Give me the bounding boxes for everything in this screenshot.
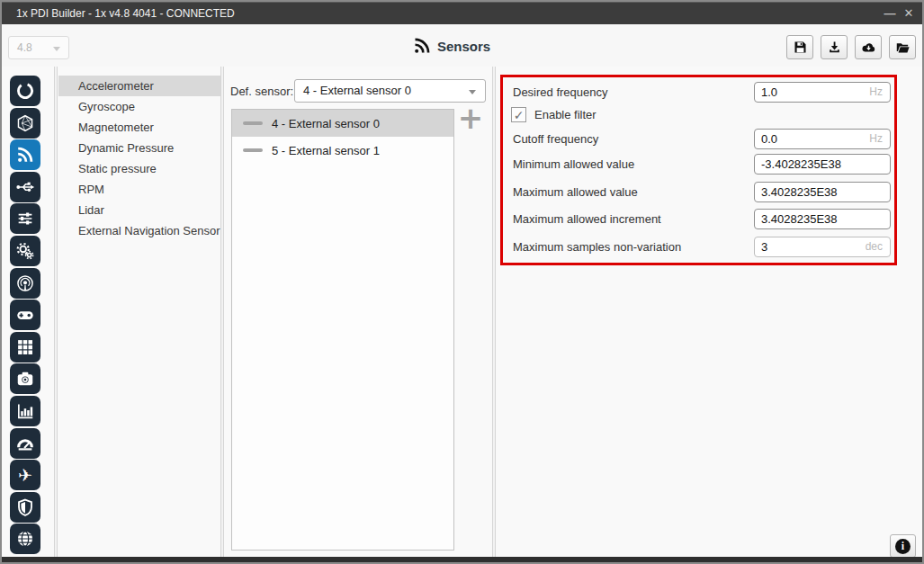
window-bottom-edge	[2, 557, 922, 562]
sensor-dash-icon	[243, 148, 263, 152]
sidebar-item-sliders[interactable]	[10, 203, 40, 234]
maximum-samples-non-variation-input[interactable]	[754, 237, 891, 257]
sidebar-item-grid[interactable]	[10, 332, 40, 363]
usb-icon	[15, 177, 35, 197]
minimize-button[interactable]: —	[881, 3, 899, 24]
nav-item-gyroscope[interactable]: Gyroscope	[58, 96, 220, 117]
main-content: ✈ Accelerometer Gyroscope Magnetometer D…	[2, 67, 922, 557]
nav-item-lidar[interactable]: Lidar	[58, 200, 220, 220]
grid-icon	[15, 337, 35, 357]
separator	[54, 67, 58, 557]
version-dropdown[interactable]: 4.8	[8, 36, 69, 59]
sensor-list: 4 - External sensor 0 5 - External senso…	[231, 109, 454, 551]
maximum-allowed-value-input[interactable]	[754, 182, 891, 202]
maximum-allowed-increment-label: Maximum allowed increment	[513, 209, 661, 229]
rss-icon	[15, 145, 35, 165]
separator	[220, 67, 224, 557]
maximum-allowed-increment-input[interactable]	[754, 209, 891, 229]
globe-icon	[15, 529, 35, 549]
info-button[interactable]: i	[890, 534, 916, 558]
hexagon-mesh-icon	[15, 113, 35, 133]
sidebar-item-world[interactable]	[10, 524, 40, 554]
gauge-icon	[15, 434, 35, 453]
gears-icon	[15, 241, 35, 261]
bar-chart-icon	[15, 401, 35, 421]
app-window: 1x PDI Builder - 1x v4.8 4041 - CONNECTE…	[0, 0, 924, 564]
save-button[interactable]	[786, 35, 813, 59]
sliders-icon	[15, 209, 35, 228]
power-icon	[15, 81, 35, 101]
checkmark-icon: ✓	[514, 108, 525, 122]
sidebar-item-gamepad[interactable]	[10, 300, 40, 330]
sidebar-item-camera[interactable]	[10, 363, 40, 394]
titlebar: 1x PDI Builder - 1x v4.8 4041 - CONNECTE…	[2, 2, 922, 24]
version-value: 4.8	[17, 41, 32, 54]
maximum-allowed-value-field	[754, 182, 891, 202]
desired-frequency-field: Hz	[754, 82, 891, 103]
sensor-dash-icon	[243, 121, 263, 125]
chevron-down-icon	[469, 90, 476, 94]
airplane-icon: ✈	[18, 467, 32, 484]
add-sensor-button[interactable]: +	[455, 104, 486, 135]
enable-filter-label: Enable filter	[534, 107, 597, 122]
maximum-allowed-increment-field	[754, 209, 891, 229]
nav-item-accelerometer[interactable]: Accelerometer	[58, 76, 220, 96]
sensor-item-label: 5 - External sensor 1	[272, 144, 380, 157]
nav-item-magnetometer[interactable]: Magnetometer	[58, 117, 220, 138]
page-title: Sensors	[2, 24, 902, 67]
sidebar-item-safety[interactable]	[10, 492, 40, 523]
sidebar-item-podcast[interactable]	[10, 268, 40, 299]
cutoff-frequency-input[interactable]	[754, 129, 891, 149]
sidebar-item-power[interactable]	[10, 76, 40, 106]
sidebar-item-usb[interactable]	[10, 172, 40, 202]
toolbar-buttons	[786, 35, 916, 59]
separator	[492, 67, 496, 557]
nav-item-dynamic-pressure[interactable]: Dynamic Pressure	[58, 138, 220, 158]
enable-filter-checkbox[interactable]: ✓	[511, 107, 526, 122]
minimum-allowed-value-input[interactable]	[754, 154, 891, 175]
cutoff-frequency-field: Hz	[754, 129, 891, 149]
info-icon: i	[895, 539, 911, 554]
sidebar-item-gauge[interactable]	[10, 428, 40, 459]
desired-frequency-label: Desired frequency	[513, 82, 608, 103]
nav-item-static-pressure[interactable]: Static pressure	[58, 158, 220, 179]
minimum-allowed-value-field	[754, 154, 891, 175]
gamepad-icon	[15, 305, 35, 325]
maximum-samples-non-variation-field: dec	[754, 237, 891, 257]
sidebar-item-gears[interactable]	[10, 236, 40, 266]
rss-icon	[413, 37, 431, 55]
sidebar-item-sensors[interactable]	[10, 139, 40, 170]
sidebar-item-logs[interactable]	[10, 396, 40, 426]
page-title-label: Sensors	[437, 39, 490, 54]
toolbar: 4.8 Sensors	[2, 24, 922, 67]
minimum-allowed-value-label: Minimum allowed value	[513, 154, 634, 175]
sidebar-item-hexagon[interactable]	[10, 108, 40, 139]
maximum-allowed-value-label: Maximum allowed value	[513, 182, 638, 202]
open-file-button[interactable]	[889, 35, 916, 59]
export-button[interactable]	[821, 35, 848, 59]
nav-item-external-navigation-sensor[interactable]: External Navigation Sensor	[58, 220, 220, 241]
def-sensor-label: Def. sensor:	[230, 85, 293, 98]
maximum-samples-non-variation-label: Maximum samples non-variation	[513, 237, 681, 257]
nav-item-rpm[interactable]: RPM	[58, 179, 220, 200]
sensor-item-label: 4 - External sensor 0	[272, 117, 380, 130]
window-title: 1x PDI Builder - 1x v4.8 4041 - CONNECTE…	[16, 3, 235, 24]
sensor-list-item[interactable]: 4 - External sensor 0	[232, 110, 453, 137]
folder-open-icon	[895, 40, 911, 55]
def-sensor-value: 4 - External sensor 0	[303, 84, 411, 97]
download-icon	[827, 40, 842, 55]
podcast-icon	[15, 273, 35, 293]
chevron-down-icon	[53, 47, 60, 51]
sidebar-item-simulation[interactable]: ✈	[10, 460, 40, 490]
cloud-download-icon	[861, 40, 876, 55]
cloud-download-button[interactable]	[855, 35, 882, 59]
floppy-icon	[793, 40, 808, 55]
sensor-list-item[interactable]: 5 - External sensor 1	[232, 137, 453, 164]
cutoff-frequency-label: Cutoff frequency	[513, 129, 598, 149]
shield-icon	[15, 497, 35, 517]
camera-icon	[15, 369, 35, 389]
desired-frequency-input[interactable]	[754, 82, 891, 103]
close-button[interactable]: ✕	[900, 3, 918, 24]
